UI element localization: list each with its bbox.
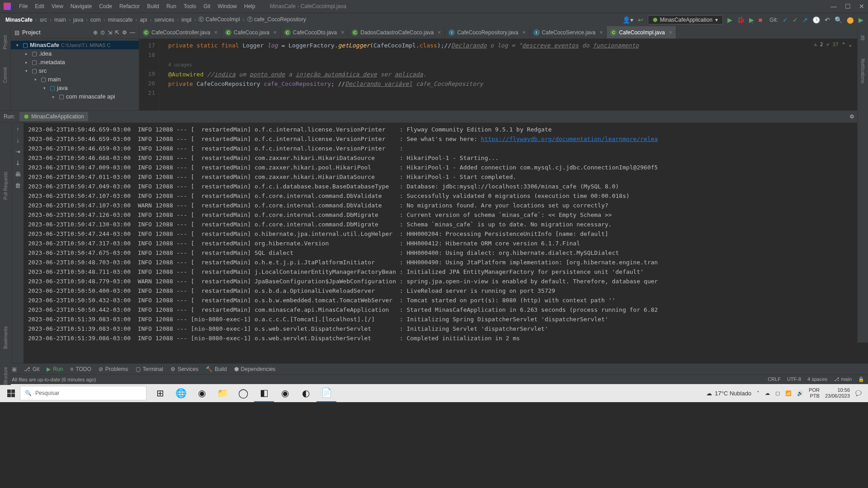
tool-services[interactable]: ⚙ Services — [170, 366, 198, 372]
tray-wifi-icon[interactable]: 📶 — [785, 390, 792, 396]
project-tree[interactable]: ▾▢ MinasCafe C:\Users\T.I. MINAS C ▸▢ .i… — [11, 39, 139, 103]
chrome2-icon[interactable]: ◉ — [275, 384, 295, 402]
menu-tools[interactable]: Tools — [180, 3, 200, 9]
git-push-icon[interactable]: ↗ — [802, 16, 808, 23]
menu-edit[interactable]: Edit — [31, 3, 48, 9]
run-icon[interactable]: ▶ — [727, 16, 732, 23]
close-tab-icon[interactable]: × — [438, 29, 441, 36]
crumb-java[interactable]: java — [72, 17, 84, 23]
word-icon[interactable]: 📄 — [316, 384, 336, 402]
crumb-main[interactable]: main — [53, 17, 67, 23]
menu-view[interactable]: View — [48, 3, 67, 9]
tray-clock[interactable]: 10:5623/06/2023 — [825, 387, 850, 399]
debug-icon[interactable]: 🐞 — [737, 16, 745, 23]
status-lock-icon[interactable]: 🔒 — [858, 376, 864, 382]
tab-controller[interactable]: CCafeCocoController.java× — [139, 26, 222, 38]
tab-impl[interactable]: CCafeCocoImpl.java× — [607, 26, 676, 38]
tray-chevron-icon[interactable]: ˄ — [757, 390, 760, 396]
scope-icon[interactable]: ⊕ — [93, 29, 98, 36]
explorer-icon[interactable]: 📁 — [212, 384, 232, 402]
status-indent[interactable]: 4 spaces — [807, 376, 827, 382]
git-rollback-icon[interactable]: ↶ — [825, 16, 830, 23]
tool-todo[interactable]: ≡ TODO — [70, 366, 91, 372]
inspections-widget[interactable]: ⚠ 2 ✔ 37 ⌃⌄ — [811, 41, 854, 48]
stop-icon[interactable]: ■ — [759, 16, 762, 23]
tray-volume-icon[interactable]: 🔊 — [797, 390, 803, 396]
intellij-icon[interactable]: ◧ — [254, 384, 274, 402]
tool-pull-requests[interactable]: Pull Requests — [3, 172, 8, 200]
menu-git[interactable]: Git — [200, 3, 214, 9]
close-tab-icon[interactable]: × — [341, 29, 344, 36]
print-icon[interactable]: 🖶 — [15, 171, 21, 178]
crumb-class[interactable]: ⓒ CafeCocoImpl — [198, 16, 241, 23]
tab-repo[interactable]: ICafeCocoRepository.java× — [445, 26, 529, 38]
close-tab-icon[interactable]: × — [523, 29, 526, 36]
console-output[interactable]: 2023-06-23T10:50:46.659-03:00 INFO 12088… — [24, 123, 868, 363]
menu-help[interactable]: Help — [241, 3, 259, 9]
git-commit-icon[interactable]: ✓ — [793, 16, 798, 23]
tool-build[interactable]: 🔨 Build — [206, 366, 227, 372]
run-settings-icon[interactable]: ⚙ — [849, 113, 854, 120]
close-tab-icon[interactable]: × — [599, 29, 603, 36]
expand-icon[interactable]: ⇲ — [108, 29, 112, 36]
tool-problems[interactable]: ⊘ Problems — [99, 366, 128, 372]
tool-dependencies[interactable]: ⬢ Dependencies — [234, 366, 276, 372]
crumb-impl[interactable]: impl — [180, 17, 192, 23]
corner-icon[interactable]: ▣ — [12, 366, 17, 372]
tool-project[interactable]: Project — [3, 35, 8, 49]
tab-dados[interactable]: CDadosCadastroCafeCoco.java× — [348, 26, 445, 38]
tool-git[interactable]: ⎇ Git — [24, 366, 39, 372]
tool-terminal[interactable]: ▢ Terminal — [136, 366, 163, 372]
settings-icon[interactable]: ⚙ — [122, 29, 127, 36]
back-icon[interactable]: ↩ — [638, 16, 643, 23]
wrap-icon[interactable]: ⇥ — [15, 148, 20, 155]
tool-structure[interactable]: Structure — [3, 367, 8, 385]
menu-run[interactable]: Run — [163, 3, 180, 9]
tool-commit[interactable]: Commit — [3, 67, 8, 83]
maximize-icon[interactable]: ☐ — [845, 3, 851, 10]
close-tab-icon[interactable]: × — [214, 29, 217, 36]
menu-refactor[interactable]: Refactor — [116, 3, 143, 9]
menu-file[interactable]: File — [15, 3, 31, 9]
task-view-icon[interactable]: ⊞ — [150, 384, 170, 402]
collapse-icon[interactable]: ⇱ — [115, 29, 119, 36]
menu-window[interactable]: Window — [214, 3, 241, 9]
tab-cafecoco[interactable]: CCafeCoco.java× — [222, 26, 281, 38]
search-icon[interactable]: 🔍 — [835, 16, 842, 23]
close-tab-icon[interactable]: × — [669, 29, 672, 36]
tool-maven-icon[interactable]: m — [859, 35, 867, 41]
tray-notifications-icon[interactable]: 💬 — [855, 390, 862, 396]
git-history-icon[interactable]: 🕓 — [812, 16, 820, 23]
select-opened-icon[interactable]: ⊙ — [100, 29, 105, 36]
opera-icon[interactable]: ◯ — [233, 384, 253, 402]
scroll-icon[interactable]: ⤓ — [15, 160, 20, 166]
crumb-src[interactable]: src — [39, 17, 48, 23]
code-editor[interactable]: ⚠ 2 ✔ 37 ⌃⌄ 17 18 19 20 21 private stati… — [139, 39, 868, 110]
up-icon[interactable]: ↑ — [16, 126, 19, 132]
play-icon[interactable]: ▶ — [859, 16, 863, 23]
tray-language[interactable]: PORPTB — [809, 387, 820, 399]
ide-update-icon[interactable]: ⬤ — [847, 16, 854, 23]
tool-bookmarks[interactable]: Bookmarks — [3, 326, 8, 349]
close-icon[interactable]: ✕ — [859, 3, 864, 10]
crumb-services[interactable]: services — [153, 17, 175, 23]
down-icon[interactable]: ↓ — [16, 137, 19, 144]
status-crlf[interactable]: CRLF — [768, 376, 781, 382]
crumb-minascafe[interactable]: minascafe — [107, 17, 134, 23]
tab-service[interactable]: ICafeCocoService.java× — [530, 26, 607, 38]
crumb-root[interactable]: MinasCafe — [5, 17, 33, 23]
tool-notifications[interactable]: Notifications — [860, 59, 865, 83]
menu-navigate[interactable]: Navigate — [67, 3, 95, 9]
menu-build[interactable]: Build — [143, 3, 163, 9]
start-button[interactable] — [2, 384, 20, 402]
weather-widget[interactable]: ☁17°C Nublado — [706, 390, 751, 397]
run-tab[interactable]: ⬢MinasCafeApplication — [19, 112, 88, 121]
tab-dto[interactable]: CCafeCocoDto.java× — [281, 26, 348, 38]
status-branch[interactable]: ⎇ main — [834, 376, 852, 382]
menu-code[interactable]: Code — [95, 3, 116, 9]
tray-battery-icon[interactable]: ▢ — [775, 390, 780, 396]
run-config-selector[interactable]: ⬢ MinasCafeApplication ▾ — [648, 15, 723, 24]
minimize-icon[interactable]: — — [830, 3, 837, 10]
firefox-icon[interactable]: ◐ — [296, 384, 316, 402]
chrome-icon[interactable]: ◉ — [192, 384, 212, 402]
